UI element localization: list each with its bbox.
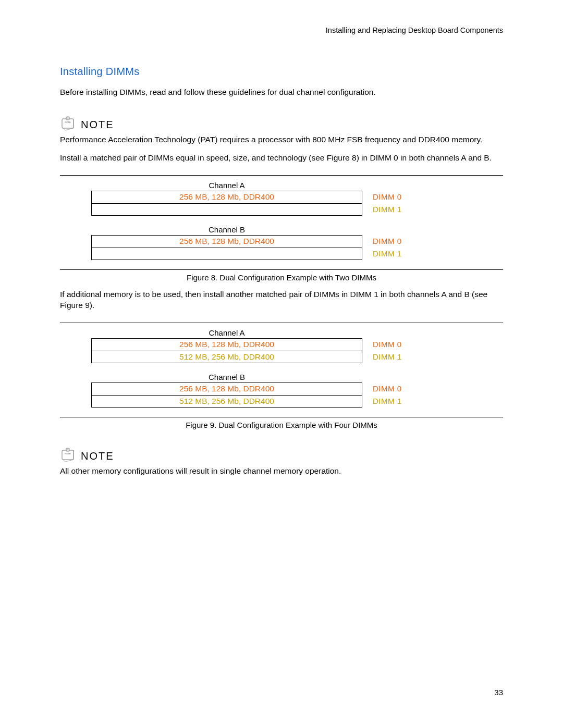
dimm-slot-label: DIMM 1 [373,249,402,258]
para-additional-memory: If additional memory is to be used, then… [60,289,503,311]
channel-label: Channel B [91,373,362,381]
channel-group: Channel A256 MB, 128 Mb, DDR400DIMM 0DIM… [91,181,482,216]
svg-rect-0 [62,119,74,128]
channel-group: Channel B256 MB, 128 Mb, DDR400DIMM 0512… [91,373,482,408]
dimm-slot-box: 256 MB, 128 Mb, DDR400 [91,338,362,351]
running-header: Installing and Replacing Desktop Board C… [60,26,503,34]
dimm-slot-label: DIMM 0 [373,237,402,245]
dimm-slot-label: DIMM 1 [373,352,402,361]
dimm-slot-row: 256 MB, 128 Mb, DDR400DIMM 0 [91,191,482,203]
dimm-slot-row: DIMM 1 [91,248,482,260]
section-heading: Installing DIMMs [60,66,503,78]
note-label: NOTE [81,447,114,462]
dimm-slot-row: 256 MB, 128 Mb, DDR400DIMM 0 [91,382,482,395]
dimm-slot-label: DIMM 0 [373,384,402,393]
dimm-slot-row: 512 MB, 256 Mb, DDR400DIMM 1 [91,395,482,408]
note-callout: NOTE NOTE [60,116,503,131]
note-label: NOTE [81,116,114,131]
para-matched-pair: Install a matched pair of DIMMs equal in… [60,153,503,164]
channel-label: Channel B [91,225,362,234]
dimm-slot-label: DIMM 1 [373,397,402,405]
figure9-channels: Channel A256 MB, 128 Mb, DDR400DIMM 0512… [60,328,503,408]
figure-9: Channel A256 MB, 128 Mb, DDR400DIMM 0512… [60,318,503,437]
channel-group: Channel A256 MB, 128 Mb, DDR400DIMM 0512… [91,328,482,363]
channel-group: Channel B256 MB, 128 Mb, DDR400DIMM 0DIM… [91,225,482,260]
dimm-slot-box: 512 MB, 256 Mb, DDR400 [91,395,362,408]
note2-text: All other memory configurations will res… [60,466,503,477]
note-callout: NOTE NOTE [60,447,503,463]
svg-rect-4 [66,448,69,451]
note1-text: Performance Acceleration Technology (PAT… [60,134,503,145]
svg-rect-1 [66,117,69,120]
intro-paragraph: Before installing DIMMs, read and follow… [60,87,503,98]
channel-label: Channel A [91,328,362,337]
dimm-slot-box: 256 MB, 128 Mb, DDR400 [91,382,362,395]
dimm-slot-row: 512 MB, 256 Mb, DDR400DIMM 1 [91,351,482,363]
figure-rule-top [60,175,503,176]
figure-8: Channel A256 MB, 128 Mb, DDR400DIMM 0DIM… [60,171,503,289]
figure-rule-bottom [60,417,503,417]
page: Installing and Replacing Desktop Board C… [0,0,563,728]
svg-text:NOTE: NOTE [65,121,71,124]
channel-label: Channel A [91,181,362,190]
figure8-channels: Channel A256 MB, 128 Mb, DDR400DIMM 0DIM… [60,181,503,260]
dimm-slot-label: DIMM 0 [373,340,402,349]
dimm-slot-row: 256 MB, 128 Mb, DDR400DIMM 0 [91,338,482,351]
figure9-caption: Figure 9. Dual Configuration Example wit… [60,421,503,429]
dimm-slot-box [91,248,362,260]
note-icon: NOTE [60,116,76,131]
dimm-slot-box: 512 MB, 256 Mb, DDR400 [91,351,362,363]
svg-text:NOTE: NOTE [65,452,71,455]
svg-rect-3 [62,450,74,460]
dimm-slot-label: DIMM 0 [373,192,402,201]
dimm-slot-label: DIMM 1 [373,205,402,214]
dimm-slot-box: 256 MB, 128 Mb, DDR400 [91,235,362,248]
figure-rule-bottom [60,269,503,270]
figure-rule-top [60,323,503,323]
note-icon: NOTE [60,447,76,463]
dimm-slot-box: 256 MB, 128 Mb, DDR400 [91,191,362,203]
figure8-caption: Figure 8. Dual Configuration Example wit… [60,273,503,282]
page-number: 33 [494,688,503,697]
dimm-slot-row: 256 MB, 128 Mb, DDR400DIMM 0 [91,235,482,248]
dimm-slot-box [91,203,362,216]
dimm-slot-row: DIMM 1 [91,203,482,216]
